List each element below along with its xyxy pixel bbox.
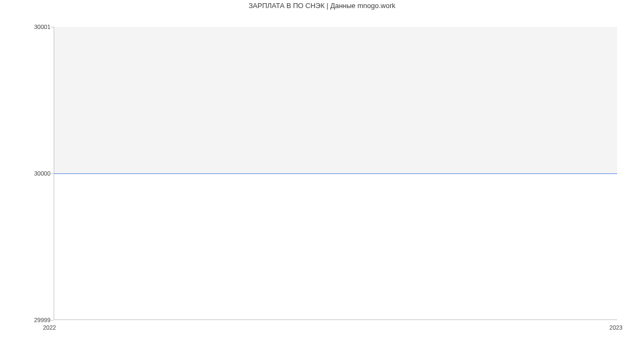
y-tick-label: 30000 [34,170,50,177]
series-line-salary [54,173,617,174]
y-tick-mid: 30000 [34,170,50,177]
y-tick-min: 29999 [34,317,50,323]
chart-title: ЗАРПЛАТА В ПО СНЭК | Данные mnogo.work [0,2,644,10]
y-tick-mark [51,320,54,321]
y-tick-mark [51,27,54,27]
y-tick-label: 30001 [34,24,50,30]
y-tick-mark [51,173,54,174]
x-tick-start: 2022 [43,324,56,331]
plot-area [54,27,617,320]
x-tick-end: 2023 [610,324,623,331]
y-tick-max: 30001 [34,24,50,30]
upper-band-shade [54,27,617,173]
salary-chart: ЗАРПЛАТА В ПО СНЭК | Данные mnogo.work 3… [0,0,644,349]
y-tick-label: 29999 [34,317,50,323]
